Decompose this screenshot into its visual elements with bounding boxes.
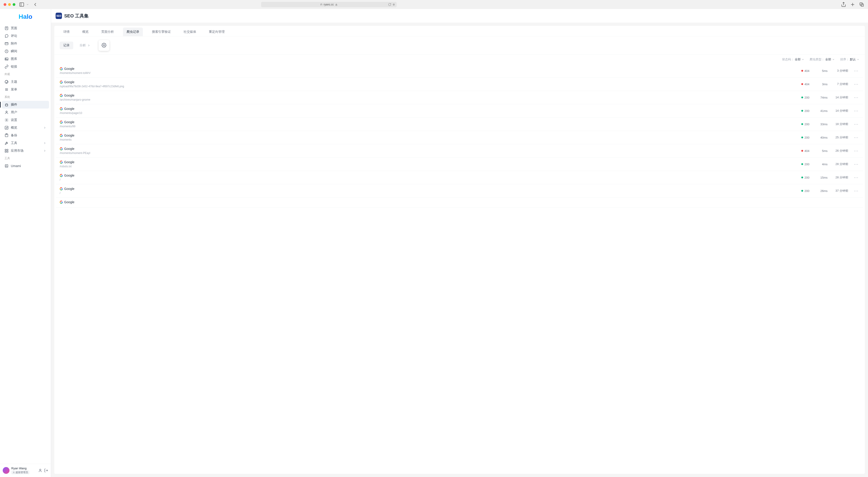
section-tools: 工具 bbox=[2, 155, 49, 162]
plugin-icon bbox=[4, 102, 8, 107]
sidebar-item-moment[interactable]: 瞬间 bbox=[2, 48, 49, 55]
row-path: /moments/moment-PEayI bbox=[60, 151, 797, 155]
logo[interactable]: Halo bbox=[0, 9, 51, 24]
log-row[interactable]: Google / 200 26ms 37 分钟前 ⋯ bbox=[56, 184, 863, 198]
filter-crawler[interactable]: 爬虫类型： 全部 bbox=[810, 57, 835, 61]
page-icon bbox=[4, 26, 8, 30]
backup-icon bbox=[4, 133, 8, 138]
sidebar-item-theme[interactable]: 主题 bbox=[2, 78, 49, 86]
row-more-button[interactable]: ⋯ bbox=[853, 161, 860, 167]
minimize-window-button[interactable] bbox=[8, 3, 11, 6]
row-more-button[interactable]: ⋯ bbox=[853, 108, 860, 114]
log-row[interactable]: Google / 200 15ms 28 分钟前 ⋯ bbox=[56, 171, 863, 184]
logout-button[interactable] bbox=[44, 469, 48, 473]
section-appearance: 外观 bbox=[2, 70, 49, 78]
tab[interactable]: 概览 bbox=[79, 28, 92, 36]
row-more-button[interactable]: ⋯ bbox=[853, 95, 860, 100]
google-icon bbox=[60, 160, 63, 164]
log-row[interactable]: Google /moments 200 40ms 25 分钟前 ⋯ bbox=[56, 131, 863, 144]
sidebar-item-tools[interactable]: 工具 bbox=[2, 139, 49, 147]
analysis-button[interactable]: 分析 bbox=[76, 41, 94, 49]
status-code: 200 bbox=[801, 96, 812, 99]
status-dot bbox=[801, 70, 803, 72]
sidebar-item-backup[interactable]: 备份 bbox=[2, 131, 49, 139]
row-more-button[interactable]: ⋯ bbox=[853, 175, 860, 180]
filter-sort[interactable]: 排序： 默认 bbox=[840, 57, 860, 61]
sidebar-item-attachment[interactable]: 附件 bbox=[2, 40, 49, 48]
sidebar-item-market[interactable]: 应用市场 bbox=[2, 147, 49, 155]
sidebar-toggle-button[interactable] bbox=[19, 2, 24, 7]
response-time: 5ms bbox=[818, 69, 828, 72]
crawler-name: Google bbox=[64, 200, 74, 204]
sidebar-item-label: 链接 bbox=[11, 65, 17, 69]
chevron-right-icon bbox=[43, 149, 46, 152]
sidebar-item-user[interactable]: 用户 bbox=[2, 109, 49, 116]
sidebar-item-link[interactable]: 链接 bbox=[2, 63, 49, 70]
crawler-name: Google bbox=[64, 94, 74, 97]
settings-button[interactable] bbox=[98, 40, 110, 51]
tabs-button[interactable] bbox=[859, 2, 864, 7]
status-dot bbox=[801, 123, 803, 125]
row-more-button[interactable]: ⋯ bbox=[853, 81, 860, 87]
app-container: Halo 页面 评论 附件 瞬间 图库 链接 外观 bbox=[0, 9, 868, 477]
tab[interactable]: 爬虫记录 bbox=[123, 28, 143, 36]
row-more-button[interactable]: ⋯ bbox=[853, 135, 860, 140]
row-more-button[interactable]: ⋯ bbox=[853, 188, 860, 193]
tab[interactable]: 搜索引擎验证 bbox=[148, 28, 175, 36]
more-icon[interactable]: ⊕ bbox=[393, 3, 395, 6]
crawler-name: Google bbox=[64, 147, 74, 151]
row-path: /archives/manjaro-gnome bbox=[60, 98, 797, 101]
sidebar-item-comment[interactable]: 评论 bbox=[2, 32, 49, 40]
user-info: Ryan Wang 超级管理员 bbox=[11, 467, 36, 474]
time-ago: 7 分钟前 bbox=[834, 82, 848, 86]
row-path: /upload/9fa79d38-2e52-476d-9ea7-4f697c23… bbox=[60, 85, 797, 88]
sidebar-item-gallery[interactable]: 图库 bbox=[2, 55, 49, 63]
chevron-down-icon bbox=[857, 58, 860, 61]
status-dot bbox=[801, 150, 803, 152]
page-title: SEO 工具集 bbox=[64, 13, 89, 19]
log-row[interactable]: Google /moments/moment-toWrV 404 5ms 3 分… bbox=[56, 64, 863, 78]
row-path: /moments/moment-toWrV bbox=[60, 71, 797, 74]
tab[interactable]: 社交媒体 bbox=[180, 28, 200, 36]
share-button[interactable] bbox=[841, 2, 846, 7]
status-dot bbox=[801, 177, 803, 178]
crawler-name: Google bbox=[64, 187, 74, 190]
log-row[interactable]: Google /upload/9fa79d38-2e52-476d-9ea7-4… bbox=[56, 78, 863, 91]
avatar[interactable] bbox=[3, 467, 9, 474]
log-row[interactable]: Google /moments/moment-PEayI 404 5ms 26 … bbox=[56, 144, 863, 157]
tabs: 详情概览页面分析爬虫记录搜索引擎验证社交媒体重定向管理 bbox=[54, 26, 865, 36]
lock-icon bbox=[335, 3, 338, 6]
new-tab-button[interactable] bbox=[850, 2, 855, 7]
log-row[interactable]: Google /archives/manjaro-gnome 200 74ms … bbox=[56, 91, 863, 104]
sidebar-item-label: 菜单 bbox=[11, 88, 17, 92]
status-code: 404 bbox=[801, 149, 812, 153]
filter-status[interactable]: 状态码： 全部 bbox=[782, 57, 804, 61]
sidebar-item-settings[interactable]: 设置 bbox=[2, 116, 49, 124]
row-more-button[interactable]: ⋯ bbox=[853, 68, 860, 73]
maximize-window-button[interactable] bbox=[13, 3, 16, 6]
sidebar-item-umami[interactable]: Umami bbox=[2, 162, 49, 170]
row-path: / bbox=[60, 191, 797, 195]
log-row[interactable]: Google /robots.txt 200 4ms 28 分钟前 ⋯ bbox=[56, 157, 863, 171]
record-button[interactable]: 记录 bbox=[60, 41, 73, 49]
sidebar-item-menu[interactable]: 菜单 bbox=[2, 86, 49, 93]
sidebar-item-page[interactable]: 页面 bbox=[2, 24, 49, 32]
sidebar-item-label: 用户 bbox=[11, 110, 17, 114]
tab[interactable]: 详情 bbox=[60, 28, 73, 36]
sidebar-item-overview[interactable]: 概览 bbox=[2, 124, 49, 131]
log-row[interactable]: Google bbox=[56, 198, 863, 208]
url-bar[interactable]: ⊓ ryanc.cc ⊕ bbox=[261, 2, 397, 7]
chevron-down-icon[interactable] bbox=[26, 2, 29, 7]
sidebar-item-plugin[interactable]: 插件 bbox=[2, 101, 49, 109]
profile-button[interactable] bbox=[38, 469, 42, 473]
row-more-button[interactable]: ⋯ bbox=[853, 148, 860, 153]
tab[interactable]: 页面分析 bbox=[98, 28, 118, 36]
log-row[interactable]: Google /moments/99 200 33ms 18 分钟前 ⋯ bbox=[56, 118, 863, 131]
refresh-icon[interactable] bbox=[388, 3, 391, 6]
row-more-button[interactable]: ⋯ bbox=[853, 121, 860, 127]
tab[interactable]: 重定向管理 bbox=[205, 28, 228, 36]
log-row[interactable]: Google /moments/page/10 200 41ms 14 分钟前 … bbox=[56, 104, 863, 118]
close-window-button[interactable] bbox=[4, 3, 6, 6]
back-button[interactable] bbox=[33, 2, 38, 7]
google-icon bbox=[60, 81, 63, 84]
